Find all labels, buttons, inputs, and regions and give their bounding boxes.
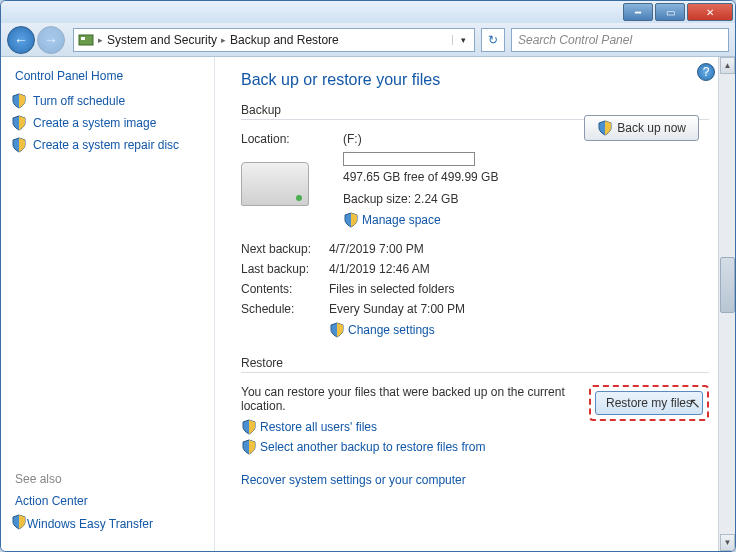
- sidebar-item-label: Create a system repair disc: [33, 138, 179, 152]
- search-input[interactable]: Search Control Panel: [511, 28, 729, 52]
- backup-details: Location: (F:) 497.65 GB free of 499.99 …: [241, 132, 709, 228]
- schedule-label: Schedule:: [241, 302, 329, 316]
- back-button[interactable]: ←: [7, 26, 35, 54]
- control-panel-home-link[interactable]: Control Panel Home: [15, 69, 204, 83]
- backup-now-button[interactable]: Back up now: [584, 115, 699, 141]
- refresh-button[interactable]: ↻: [481, 28, 505, 52]
- link-label: Select another backup to restore files f…: [260, 440, 485, 454]
- restore-section: Restore You can restore your files that …: [241, 356, 709, 487]
- restore-my-files-button[interactable]: Restore my files: [595, 391, 703, 415]
- shield-icon: [11, 115, 27, 131]
- contents-label: Contents:: [241, 282, 329, 296]
- link-label: Manage space: [362, 213, 441, 227]
- main-panel: ? Back up or restore your files Backup B…: [215, 57, 735, 551]
- sidebar-item-create-system-image[interactable]: Create a system image: [11, 115, 204, 131]
- disk-drive-icon: [241, 162, 309, 206]
- button-label: Restore my files: [606, 396, 692, 410]
- shield-icon: [241, 439, 257, 455]
- minimize-button[interactable]: ━: [623, 3, 653, 21]
- restore-description: You can restore your files that were bac…: [241, 385, 573, 413]
- schedule-value: Every Sunday at 7:00 PM: [329, 302, 465, 316]
- disk-column: [241, 132, 343, 228]
- link-label: Change settings: [348, 323, 435, 337]
- shield-icon: [11, 93, 27, 109]
- control-panel-window: ━ ▭ ✕ ← → ▸ System and Security ▸ Backup…: [0, 0, 736, 552]
- next-backup-value: 4/7/2019 7:00 PM: [329, 242, 424, 256]
- sidebar-item-label: Turn off schedule: [33, 94, 125, 108]
- backup-size-text: Backup size: 2.24 GB: [343, 192, 709, 206]
- help-button[interactable]: ?: [697, 63, 715, 81]
- navigation-bar: ← → ▸ System and Security ▸ Backup and R…: [1, 23, 735, 57]
- svg-rect-1: [81, 37, 85, 40]
- sidebar-item-turn-off-schedule[interactable]: Turn off schedule: [11, 93, 204, 109]
- info-column: Location: (F:) 497.65 GB free of 499.99 …: [343, 132, 709, 228]
- location-value: (F:): [343, 132, 362, 146]
- maximize-button[interactable]: ▭: [655, 3, 685, 21]
- sidebar-item-label: Windows Easy Transfer: [27, 517, 153, 531]
- breadcrumb-system-security[interactable]: System and Security: [103, 33, 221, 47]
- sidebar-item-create-repair-disc[interactable]: Create a system repair disc: [11, 137, 204, 153]
- button-label: Back up now: [617, 121, 686, 135]
- scroll-thumb[interactable]: [720, 257, 735, 313]
- shield-icon: [11, 514, 27, 533]
- shield-icon: [241, 419, 257, 435]
- action-center-link[interactable]: Action Center: [15, 494, 204, 508]
- link-label: Restore all users' files: [260, 420, 377, 434]
- see-also-heading: See also: [15, 472, 204, 486]
- scroll-down-button[interactable]: ▼: [720, 534, 735, 551]
- scroll-up-button[interactable]: ▲: [720, 57, 735, 74]
- restore-all-users-link[interactable]: Restore all users' files: [241, 419, 573, 435]
- shield-icon: [343, 212, 359, 228]
- address-bar[interactable]: ▸ System and Security ▸ Backup and Resto…: [73, 28, 475, 52]
- shield-icon: [11, 137, 27, 153]
- next-backup-label: Next backup:: [241, 242, 329, 256]
- manage-space-link[interactable]: Manage space: [343, 212, 709, 228]
- breadcrumb-backup-restore[interactable]: Backup and Restore: [226, 33, 343, 47]
- contents-value: Files in selected folders: [329, 282, 454, 296]
- restore-section-heading: Restore: [241, 356, 709, 373]
- recover-system-link[interactable]: Recover system settings or your computer: [241, 473, 709, 487]
- restore-highlight-box: Restore my files ↖: [589, 385, 709, 421]
- free-space-text: 497.65 GB free of 499.99 GB: [343, 170, 709, 184]
- windows-easy-transfer-link[interactable]: Windows Easy Transfer: [11, 514, 204, 533]
- forward-button[interactable]: →: [37, 26, 65, 54]
- select-another-backup-link[interactable]: Select another backup to restore files f…: [241, 439, 573, 455]
- sidebar: Control Panel Home Turn off schedule Cre…: [1, 57, 215, 551]
- content-area: Control Panel Home Turn off schedule Cre…: [1, 57, 735, 551]
- scrollbar[interactable]: ▲ ▼: [718, 57, 735, 551]
- page-title: Back up or restore your files: [241, 71, 709, 89]
- close-button[interactable]: ✕: [687, 3, 733, 21]
- shield-icon: [329, 322, 345, 338]
- change-settings-link[interactable]: Change settings: [329, 322, 435, 338]
- last-backup-value: 4/1/2019 12:46 AM: [329, 262, 430, 276]
- sidebar-item-label: Create a system image: [33, 116, 156, 130]
- titlebar: ━ ▭ ✕: [1, 1, 735, 23]
- disk-usage-bar: [343, 152, 475, 166]
- address-dropdown-icon[interactable]: ▾: [452, 35, 470, 45]
- last-backup-label: Last backup:: [241, 262, 329, 276]
- shield-icon: [597, 120, 613, 136]
- control-panel-icon: [78, 32, 94, 48]
- location-label: Location:: [241, 132, 343, 146]
